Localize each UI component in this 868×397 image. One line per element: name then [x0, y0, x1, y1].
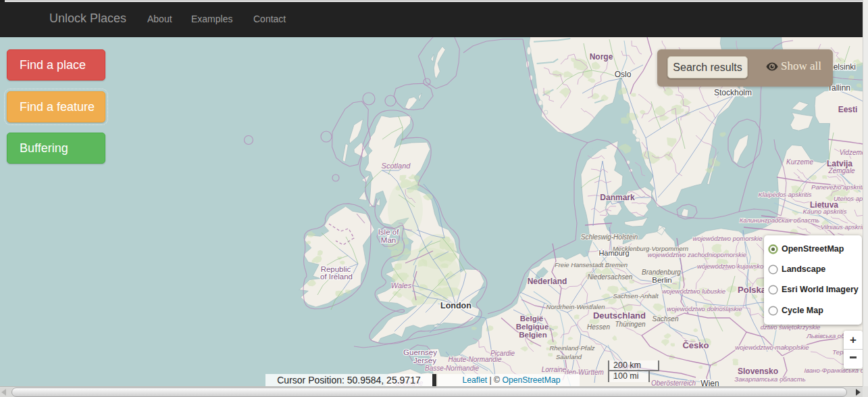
- svg-text:Belgien: Belgien: [519, 331, 547, 339]
- svg-text:województwo dolnośląskie: województwo dolnośląskie: [667, 305, 742, 312]
- svg-text:Закарпатська область: Закарпатська область: [734, 375, 805, 383]
- svg-text:województwo pomorskie: województwo pomorskie: [693, 235, 763, 242]
- svg-text:Sachsen-Anhalt: Sachsen-Anhalt: [613, 292, 658, 300]
- svg-text:Eesti: Eesti: [838, 105, 858, 114]
- svg-text:Norge: Norge: [590, 52, 613, 62]
- svg-text:Česko: Česko: [682, 340, 709, 350]
- svg-text:Scotland: Scotland: [382, 162, 411, 170]
- svg-text:Niedersachsen: Niedersachsen: [588, 273, 633, 281]
- svg-text:Mecklenburg-Vorpommern: Mecklenburg-Vorpommern: [613, 245, 688, 252]
- svg-text:Kurzeme: Kurzeme: [786, 158, 813, 166]
- svg-text:Panevėžio apskritis: Panevėžio apskritis: [811, 183, 867, 191]
- svg-text:Nederland: Nederland: [528, 277, 567, 286]
- svg-text:Saarland: Saarland: [556, 353, 582, 360]
- svg-text:Hessen: Hessen: [587, 323, 610, 331]
- svg-text:Wales: Wales: [391, 281, 412, 289]
- svg-text:Sachsen: Sachsen: [653, 315, 679, 323]
- svg-text:of Ireland: of Ireland: [320, 273, 353, 281]
- svg-text:Belgique: Belgique: [516, 323, 549, 331]
- svg-text:Haute-Normandie: Haute-Normandie: [449, 356, 502, 363]
- svg-text:Freie Hansestadt Bremen: Freie Hansestadt Bremen: [555, 261, 628, 268]
- svg-text:Lorraine: Lorraine: [542, 366, 567, 373]
- svg-text:België: België: [520, 314, 544, 323]
- svg-text:Berlin: Berlin: [652, 276, 671, 284]
- svg-text:Danmark: Danmark: [600, 193, 635, 202]
- svg-text:Nordrhein-Westfalen: Nordrhein-Westfalen: [546, 303, 605, 310]
- svg-text:Brandenburg: Brandenburg: [642, 268, 681, 276]
- svg-text:Guernsey: Guernsey: [403, 348, 437, 356]
- svg-text:Львівська обл: Львівська обл: [806, 332, 848, 340]
- svg-text:Vilniaus apskritis: Vilniaus apskritis: [821, 223, 868, 231]
- svg-text:Isle of: Isle of: [378, 228, 399, 236]
- svg-text:województwo lubuskie: województwo lubuskie: [662, 287, 725, 295]
- svg-text:London: London: [440, 301, 471, 310]
- svg-text:Vidzeme: Vidzeme: [840, 149, 866, 156]
- svg-text:Zemgale: Zemgale: [828, 167, 855, 174]
- svg-text:Stockholm: Stockholm: [714, 88, 752, 97]
- svg-text:Schleswig-Holstein: Schleswig-Holstein: [581, 233, 638, 241]
- svg-text:Man: Man: [381, 236, 396, 244]
- svg-text:Deutschland: Deutschland: [593, 310, 646, 321]
- svg-text:Oslo: Oslo: [615, 70, 632, 79]
- svg-text:Thüringen: Thüringen: [615, 321, 645, 328]
- svg-text:województwo małopolskie: województwo małopolskie: [735, 344, 809, 351]
- svg-text:Basse-Normandie: Basse-Normandie: [425, 365, 479, 372]
- svg-text:Kauno apskritis: Kauno apskritis: [803, 208, 847, 215]
- svg-text:Rheinland-Pfalz: Rheinland-Pfalz: [549, 344, 594, 352]
- svg-text:Klaipėdos apskritis: Klaipėdos apskritis: [758, 191, 811, 198]
- svg-text:Jersey: Jersey: [413, 356, 436, 365]
- svg-text:Slovensko: Slovensko: [738, 367, 778, 376]
- svg-text:Калининградская область: Калининградская область: [740, 216, 820, 224]
- svg-text:Polska: Polska: [738, 285, 767, 295]
